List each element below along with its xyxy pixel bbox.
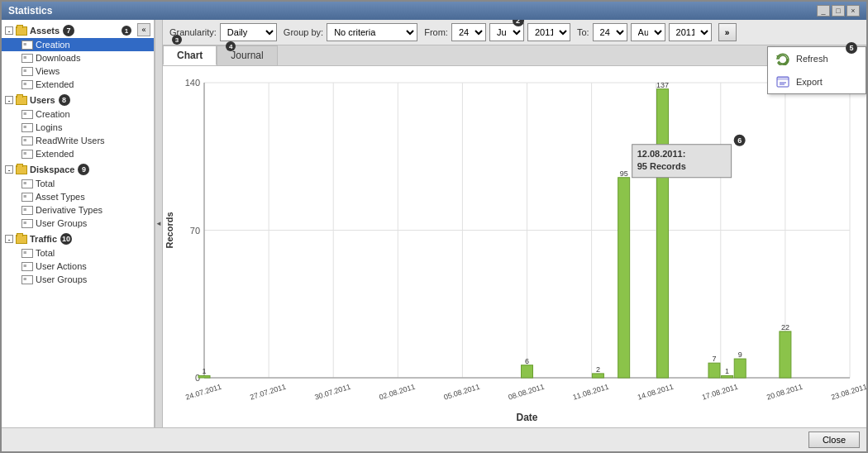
- statistics-window: Statistics _ □ × « 1 - Assets 7 Creation…: [0, 0, 868, 453]
- item-label: Derivative Types: [36, 205, 103, 215]
- tab-journal[interactable]: 4 Journal: [217, 45, 277, 65]
- groupby-select[interactable]: No criteria User Asset Type: [327, 23, 417, 41]
- maximize-button[interactable]: □: [832, 5, 845, 17]
- tabs: 3 Chart 4 Journal: [163, 45, 866, 66]
- sidebar-item-users-extended[interactable]: Extended: [2, 147, 154, 160]
- section-label: Traffic: [30, 234, 57, 244]
- sidebar-item-users-logins[interactable]: Logins: [2, 121, 154, 134]
- footer: Close: [2, 427, 866, 451]
- section-badge: 7: [63, 25, 74, 36]
- sidebar-item-diskspace-usergroups[interactable]: User Groups: [2, 217, 154, 230]
- tab-chart[interactable]: 3 Chart: [163, 45, 217, 65]
- item-icon: [21, 219, 33, 228]
- to-label: To:: [577, 27, 589, 37]
- folder-icon: [16, 235, 27, 244]
- item-label: Creation: [36, 109, 70, 119]
- sidebar-header-traffic[interactable]: - Traffic 10: [2, 231, 154, 246]
- right-panel: 2 Granularity: Daily Hourly Weekly Month…: [163, 20, 866, 427]
- from-label: From:: [424, 27, 448, 37]
- chart-area: [163, 66, 866, 427]
- expand-icon: -: [5, 235, 13, 243]
- sidebar-item-diskspace-derivtypes[interactable]: Derivative Types: [2, 203, 154, 217]
- folder-icon: [16, 26, 27, 36]
- sidebar-item-traffic-total[interactable]: Total: [2, 246, 154, 260]
- sidebar-item-users-readwrite[interactable]: ReadWrite Users: [2, 134, 154, 147]
- item-label: Views: [36, 66, 60, 76]
- section-badge: 9: [78, 164, 89, 175]
- section-label: Assets: [30, 26, 60, 36]
- close-button[interactable]: ×: [847, 5, 860, 17]
- item-icon: [21, 80, 33, 89]
- sidebar-item-diskspace-total[interactable]: Total: [2, 177, 154, 190]
- collapse-handle[interactable]: ◄: [155, 20, 163, 427]
- from-day-select[interactable]: 24: [451, 23, 486, 41]
- item-label: ReadWrite Users: [36, 136, 105, 145]
- item-icon: [21, 206, 33, 215]
- export-label: Export: [796, 77, 823, 87]
- item-icon: [21, 41, 33, 50]
- tree-section: - Assets 7 Creation Downloads Views Exte…: [2, 20, 154, 291]
- item-icon: [21, 136, 33, 145]
- sidebar-group-users: - Users 8 Creation Logins ReadWrite User…: [2, 93, 154, 160]
- sidebar-group-assets: - Assets 7 Creation Downloads Views Exte…: [2, 23, 154, 91]
- export-menu-item[interactable]: Export: [768, 70, 866, 93]
- groupby-label: Group by:: [284, 27, 323, 37]
- badge-5: 5: [846, 42, 857, 54]
- sidebar-item-assets-creation[interactable]: Creation: [2, 38, 154, 51]
- sidebar-item-users-creation[interactable]: Creation: [2, 107, 154, 121]
- sidebar-header-diskspace[interactable]: - Diskspace 9: [2, 162, 154, 177]
- to-month-select[interactable]: Aug: [631, 23, 665, 41]
- from-year-select[interactable]: 2011: [527, 23, 570, 41]
- item-label: Extended: [36, 79, 74, 89]
- expand-icon: -: [5, 96, 13, 104]
- item-icon: [21, 193, 33, 202]
- to-group: To: 24 Aug 2011: [577, 23, 712, 41]
- sidebar-item-traffic-useractions[interactable]: User Actions: [2, 260, 154, 273]
- section-badge: 8: [59, 94, 70, 106]
- refresh-label: Refresh: [796, 54, 828, 64]
- minimize-button[interactable]: _: [817, 5, 830, 17]
- item-label: Total: [36, 248, 55, 258]
- sidebar-group-traffic: - Traffic 10 Total User Actions User Gro…: [2, 231, 154, 286]
- item-label: Extended: [36, 149, 74, 159]
- granularity-select[interactable]: Daily Hourly Weekly Monthly: [220, 23, 277, 41]
- folder-icon: [16, 165, 27, 174]
- refresh-icon: [776, 52, 789, 65]
- sidebar-header-users[interactable]: - Users 8: [2, 93, 154, 107]
- item-label: Total: [36, 179, 55, 188]
- section-badge: 10: [60, 233, 72, 245]
- item-label: Logins: [36, 122, 62, 132]
- main-content: « 1 - Assets 7 Creation Downloads Views …: [2, 20, 866, 427]
- from-group: From: 24 Jul 2011: [424, 23, 570, 41]
- badge-1: 1: [122, 26, 131, 36]
- sidebar-item-assets-views[interactable]: Views: [2, 64, 154, 78]
- sidebar: « 1 - Assets 7 Creation Downloads Views …: [2, 20, 155, 427]
- export-icon: [776, 75, 789, 88]
- sidebar-item-assets-downloads[interactable]: Downloads: [2, 51, 154, 64]
- to-year-select[interactable]: 2011: [669, 23, 712, 41]
- window-title: Statistics: [8, 5, 52, 17]
- sidebar-item-traffic-usergroups[interactable]: User Groups: [2, 273, 154, 286]
- window-controls: _ □ ×: [817, 5, 860, 17]
- item-label: Creation: [36, 40, 70, 50]
- svg-rect-2: [777, 77, 789, 80]
- item-icon: [21, 123, 33, 132]
- sidebar-toggle[interactable]: « 1: [137, 23, 150, 36]
- item-label: Downloads: [36, 53, 80, 63]
- sidebar-item-diskspace-assettypes[interactable]: Asset Types: [2, 190, 154, 203]
- expand-icon: -: [5, 26, 13, 35]
- item-label: User Groups: [36, 274, 87, 284]
- title-bar: Statistics _ □ ×: [2, 2, 866, 20]
- item-label: User Actions: [36, 261, 87, 271]
- close-footer-button[interactable]: Close: [808, 432, 860, 448]
- badge-3: 3: [172, 35, 182, 45]
- toolbar: 2 Granularity: Daily Hourly Weekly Month…: [163, 20, 866, 45]
- item-icon: [21, 110, 33, 119]
- to-day-select[interactable]: 24: [593, 23, 627, 41]
- item-icon: [21, 54, 33, 63]
- sidebar-item-assets-extended[interactable]: Extended: [2, 78, 154, 91]
- sidebar-group-diskspace: - Diskspace 9 Total Asset Types Derivati…: [2, 162, 154, 230]
- item-icon: [21, 179, 33, 188]
- section-label: Diskspace: [30, 165, 74, 174]
- navigate-forward-button[interactable]: »: [718, 23, 737, 41]
